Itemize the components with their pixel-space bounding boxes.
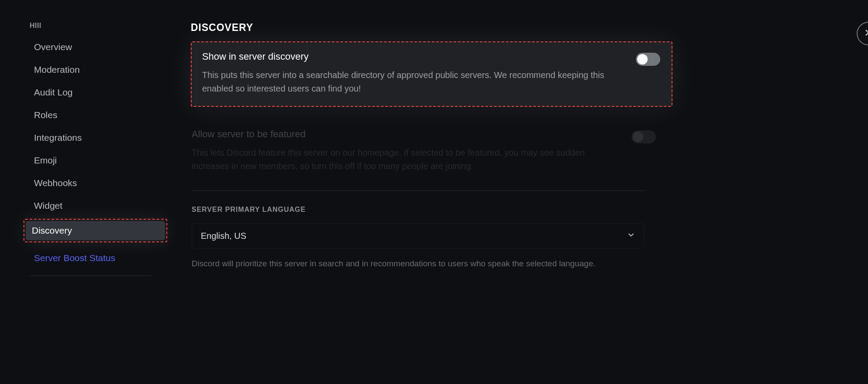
- select-value: English, US: [201, 231, 247, 241]
- help-text-language: Discord will prioritize this server in s…: [192, 259, 868, 268]
- sidebar-item-overview[interactable]: Overview: [28, 37, 154, 57]
- sidebar-item-roles[interactable]: Roles: [28, 105, 154, 125]
- section-divider: [192, 190, 645, 191]
- sidebar-divider: [30, 275, 152, 276]
- setting-description: This puts this server into a searchable …: [202, 68, 629, 95]
- select-primary-language[interactable]: English, US: [192, 223, 645, 248]
- sidebar-item-discovery[interactable]: Discovery: [26, 221, 165, 240]
- section-label-language: SERVER PRIMARY LANGUAGE: [192, 206, 868, 214]
- sidebar-item-moderation[interactable]: Moderation: [28, 60, 154, 79]
- page-title: DISCOVERY: [191, 22, 868, 34]
- highlight-discovery-tab: Discovery: [24, 219, 167, 242]
- sidebar-item-audit-log[interactable]: Audit Log: [28, 83, 154, 102]
- setting-description: This lets Discord feature this server on…: [192, 146, 618, 173]
- sidebar-server-name: HIII: [28, 22, 165, 30]
- toggle-show-in-discovery[interactable]: [636, 53, 660, 66]
- toggle-knob: [633, 132, 643, 142]
- chevron-down-icon: [627, 231, 635, 241]
- sidebar-item-widget[interactable]: Widget: [28, 196, 154, 215]
- setting-title: Allow server to be featured: [192, 129, 657, 140]
- setting-show-in-discovery: Show in server discovery This puts this …: [202, 51, 661, 95]
- toggle-allow-featured[interactable]: [632, 130, 656, 143]
- sidebar-item-integrations[interactable]: Integrations: [28, 128, 154, 147]
- settings-main: DISCOVERY Show in server discovery This …: [165, 0, 868, 384]
- setting-title: Show in server discovery: [202, 51, 661, 62]
- sidebar-item-webhooks[interactable]: Webhooks: [28, 173, 154, 193]
- sidebar-item-emoji[interactable]: Emoji: [28, 151, 154, 170]
- sidebar-item-server-boost-status[interactable]: Server Boost Status: [28, 248, 154, 268]
- settings-sidebar: HIII Overview Moderation Audit Log Roles…: [0, 0, 165, 384]
- toggle-knob: [637, 54, 648, 65]
- close-icon: [864, 28, 868, 39]
- highlight-show-discovery-card: Show in server discovery This puts this …: [191, 41, 672, 107]
- setting-allow-featured: Allow server to be featured This lets Di…: [192, 129, 657, 173]
